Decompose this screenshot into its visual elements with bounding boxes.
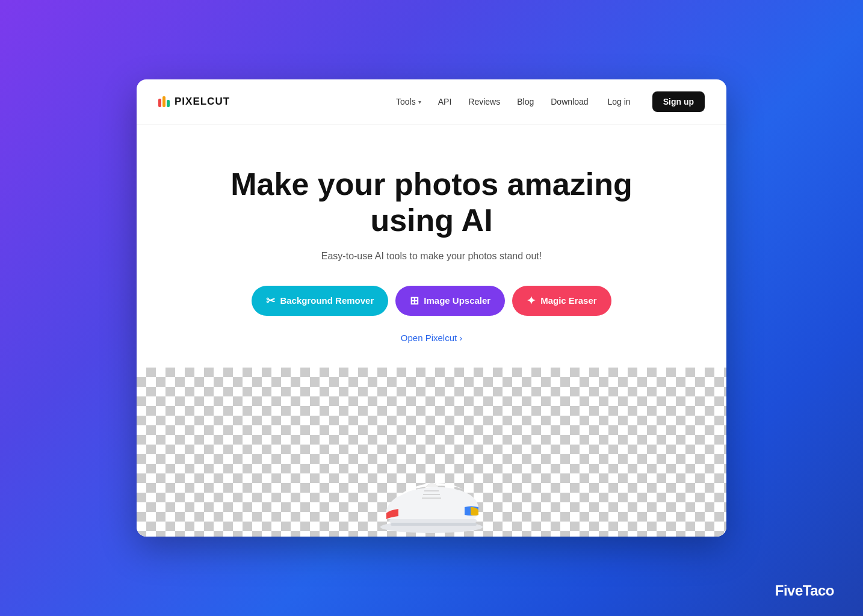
nav-blog[interactable]: Blog xyxy=(517,97,534,106)
shoe-image xyxy=(371,462,492,534)
hero-subtitle: Easy-to-use AI tools to make your photos… xyxy=(161,251,702,262)
hero-section: Make your photos amazing using AI Easy-t… xyxy=(137,125,726,368)
cta-buttons: ✂ Background Remover ⊞ Image Upscaler ✦ … xyxy=(161,286,702,316)
demo-checker-area xyxy=(137,368,726,537)
shoe-container xyxy=(371,462,492,537)
nav-download[interactable]: Download xyxy=(551,97,588,106)
upscaler-icon: ⊞ xyxy=(410,294,419,307)
scissors-icon: ✂ xyxy=(266,294,275,307)
nav-reviews[interactable]: Reviews xyxy=(468,97,500,106)
magic-eraser-button[interactable]: ✦ Magic Eraser xyxy=(512,286,611,316)
magic-icon: ✦ xyxy=(527,294,536,307)
nav-links: Tools ▾ API Reviews Blog Download Log in… xyxy=(396,91,705,112)
background-remover-button[interactable]: ✂ Background Remover xyxy=(252,286,388,316)
logo-area: PIXELCUT xyxy=(158,96,230,108)
logo-bar-3 xyxy=(167,100,170,107)
logo-text: PIXELCUT xyxy=(175,96,230,108)
svg-rect-4 xyxy=(389,519,477,523)
signup-button[interactable]: Sign up xyxy=(652,91,705,112)
fivetaco-badge: FiveTaco xyxy=(775,582,834,599)
nav-tools[interactable]: Tools ▾ xyxy=(396,97,421,106)
svg-rect-5 xyxy=(391,523,477,526)
logo-bars-icon xyxy=(158,96,170,107)
chevron-down-icon: ▾ xyxy=(418,99,421,105)
open-pixelcut-link[interactable]: Open Pixelcut › xyxy=(401,333,462,343)
hero-title: Make your photos amazing using AI xyxy=(161,167,702,239)
chevron-right-icon: › xyxy=(459,333,462,343)
nav-api[interactable]: API xyxy=(438,97,452,106)
image-upscaler-button[interactable]: ⊞ Image Upscaler xyxy=(395,286,505,316)
main-card: PIXELCUT Tools ▾ API Reviews Blog Downlo… xyxy=(137,79,726,537)
logo-bar-2 xyxy=(162,96,165,107)
logo-bar-1 xyxy=(158,99,161,107)
navbar: PIXELCUT Tools ▾ API Reviews Blog Downlo… xyxy=(137,79,726,125)
nav-login[interactable]: Log in xyxy=(608,97,631,106)
